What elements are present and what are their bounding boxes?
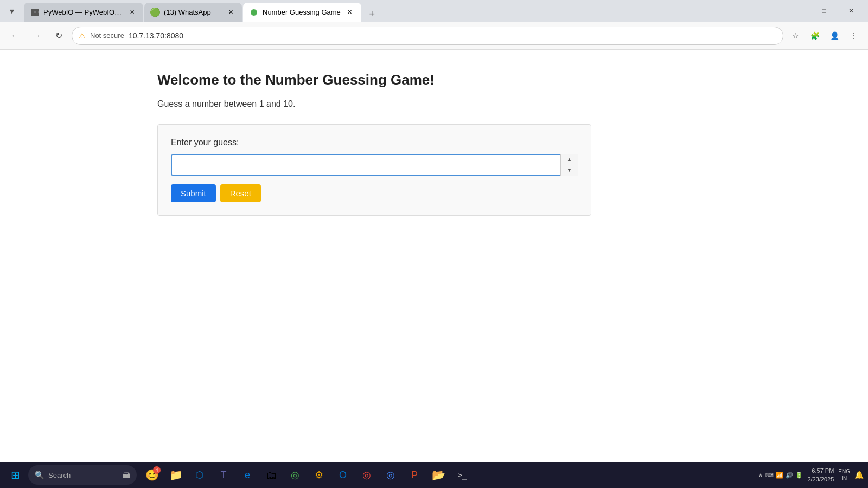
windows-icon: ⊞ [11, 468, 20, 481]
taskbar-files[interactable]: 🗂 [260, 464, 282, 486]
taskbar-file-explorer[interactable]: 📁 [165, 464, 187, 486]
taskbar-vscode[interactable]: ⬡ [189, 464, 210, 486]
back-button[interactable]: ← [7, 27, 24, 44]
taskbar-right: ∧ ⌨ 📶 🔊 🔋 6:57 PM 2/23/2025 ENGIN 🔔 [758, 466, 864, 484]
tab-favicon-number-guessing [250, 8, 258, 17]
button-row: Submit Reset [171, 184, 578, 202]
time-display: 6:57 PM [807, 466, 834, 476]
taskbar-icons: 😊 4 📁 ⬡ T e 🗂 ◎ ⚙ O ◎ [141, 464, 473, 486]
powerpoint-icon: P [411, 470, 418, 481]
taskbar: ⊞ 🔍 Search 🏔 😊 4 📁 ⬡ T e 🗂 ◎ ⚙ [0, 462, 868, 488]
volume-icon: 🔊 [786, 472, 793, 479]
browser-menu-button[interactable]: ⋮ [846, 28, 861, 43]
guess-input[interactable] [171, 154, 578, 176]
tab-number-guessing[interactable]: Number Guessing Game ✕ [243, 3, 361, 22]
user-profile-button[interactable]: 👤 [827, 28, 842, 43]
tool1-icon: ⚙ [315, 469, 323, 481]
taskbar-clock[interactable]: 6:57 PM 2/23/2025 [807, 466, 834, 484]
taskbar-chrome[interactable]: ◎ [284, 464, 306, 486]
new-tab-button[interactable]: + [365, 7, 380, 22]
tab-close-pywebio[interactable]: ✕ [127, 8, 137, 17]
tab-whatsapp[interactable]: 🟢 (13) WhatsApp ✕ [144, 3, 242, 22]
window-controls: — □ ✕ [784, 3, 864, 19]
title-bar: ▾ PyWebIO — PyWebIO 1.8.3 doc... ✕ 🟢 (13… [0, 0, 868, 22]
minimize-button[interactable]: — [784, 3, 809, 19]
security-label: Not secure [90, 31, 124, 40]
chevron-up-icon[interactable]: ∧ [758, 472, 763, 479]
locale-display: ENGIN [838, 468, 850, 482]
page-content: Welcome to the Number Guessing Game! Gue… [0, 50, 868, 488]
search-icon: 🔍 [35, 471, 44, 479]
taskbar-chrome3[interactable]: ◎ [380, 464, 401, 486]
taskbar-powerpoint[interactable]: P [404, 464, 425, 486]
tab-dropdown-button[interactable]: ▾ [4, 3, 20, 18]
tab-close-number-guessing[interactable]: ✕ [345, 8, 355, 17]
notification-badge: 4 [153, 466, 161, 474]
taskbar-terminal[interactable]: >_ [451, 464, 473, 486]
taskbar-edge[interactable]: e [237, 464, 258, 486]
browser-extensions-button[interactable]: 🧩 [807, 28, 822, 43]
subtitle: Guess a number between 1 and 10. [157, 99, 711, 109]
spinner-down-button[interactable]: ▼ [561, 165, 578, 176]
folder2-icon: 📂 [432, 468, 445, 481]
maximize-button[interactable]: □ [812, 3, 837, 19]
tab-pywebio[interactable]: PyWebIO — PyWebIO 1.8.3 doc... ✕ [24, 3, 143, 22]
bookmark-button[interactable]: ☆ [788, 28, 803, 43]
reload-button[interactable]: ↻ [50, 27, 67, 44]
address-field[interactable]: ⚠ Not secure 10.7.13.70:8080 [72, 27, 783, 45]
submit-button[interactable]: Submit [171, 184, 216, 202]
page-title: Welcome to the Number Guessing Game! [157, 72, 711, 88]
copilot-icon: 🏔 [123, 471, 130, 479]
tab-favicon-whatsapp: 🟢 [151, 8, 159, 17]
wifi-icon: 📶 [776, 472, 783, 479]
teams-icon: T [221, 470, 227, 481]
spinner-up-button[interactable]: ▲ [561, 154, 578, 165]
date-display: 2/23/2025 [807, 475, 834, 484]
chrome2-icon: ◎ [362, 469, 371, 481]
taskbar-tool1[interactable]: ⚙ [308, 464, 330, 486]
tab-favicon-pywebio [30, 8, 39, 17]
chrome-icon: ◎ [291, 469, 299, 481]
close-button[interactable]: ✕ [839, 3, 864, 19]
start-button[interactable]: ⊞ [4, 464, 26, 486]
browser-window: ▾ PyWebIO — PyWebIO 1.8.3 doc... ✕ 🟢 (13… [0, 0, 868, 488]
tab-title-pywebio: PyWebIO — PyWebIO 1.8.3 doc... [43, 8, 123, 16]
reset-button[interactable]: Reset [220, 184, 261, 202]
keyboard-icon: ⌨ [765, 472, 774, 479]
taskbar-notification-icon[interactable]: 😊 4 [141, 464, 163, 486]
files-icon: 🗂 [266, 469, 277, 481]
tab-title-number-guessing: Number Guessing Game [263, 8, 341, 16]
taskbar-teams[interactable]: T [213, 464, 234, 486]
notification-center-button[interactable]: 🔔 [854, 471, 864, 479]
vscode-icon: ⬡ [195, 469, 204, 481]
search-label: Search [48, 471, 71, 479]
forward-button[interactable]: → [28, 27, 46, 44]
terminal-icon: >_ [458, 471, 467, 479]
address-bar: ← → ↻ ⚠ Not secure 10.7.13.70:8080 ☆ 🧩 👤… [0, 22, 868, 50]
taskbar-chrome2[interactable]: ◎ [356, 464, 378, 486]
taskbar-folder2[interactable]: 📂 [427, 464, 449, 486]
tab-close-whatsapp[interactable]: ✕ [226, 8, 235, 17]
tabs-container: PyWebIO — PyWebIO 1.8.3 doc... ✕ 🟢 (13) … [24, 0, 782, 22]
battery-icon: 🔋 [795, 472, 803, 479]
edge-icon: e [245, 470, 250, 481]
taskbar-search-bar[interactable]: 🔍 Search 🏔 [28, 465, 137, 485]
file-explorer-icon: 📁 [169, 468, 183, 481]
outlook-icon: O [339, 470, 347, 481]
guess-label: Enter your guess: [171, 138, 578, 147]
tab-title-whatsapp: (13) WhatsApp [164, 8, 221, 16]
taskbar-outlook[interactable]: O [332, 464, 354, 486]
url-text: 10.7.13.70:8080 [129, 31, 776, 40]
security-warning-icon: ⚠ [79, 31, 86, 40]
chrome3-icon: ◎ [386, 469, 395, 481]
guess-input-wrap: ▲ ▼ [171, 154, 578, 176]
spinner-buttons: ▲ ▼ [560, 154, 578, 176]
game-box: Enter your guess: ▲ ▼ Submit Reset [157, 124, 591, 216]
system-tray: ∧ ⌨ 📶 🔊 🔋 [758, 472, 803, 479]
